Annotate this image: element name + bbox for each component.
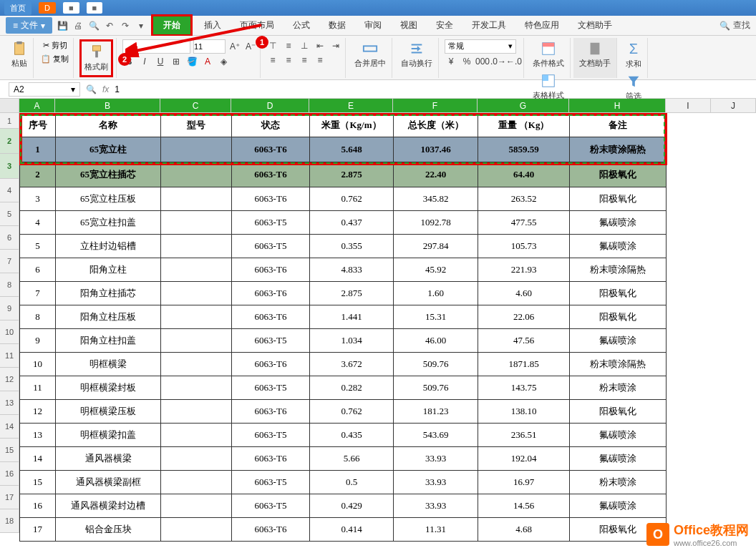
file-menu[interactable]: ≡ 文件 ▾ — [6, 17, 52, 34]
cell[interactable]: 16 — [20, 494, 56, 518]
cell[interactable]: 1.60 — [394, 282, 478, 305]
cell[interactable]: 6063-T5 — [232, 376, 310, 400]
currency-icon[interactable]: ¥ — [445, 55, 457, 68]
tab-home[interactable]: 首页 — [4, 1, 32, 15]
cell[interactable]: 4 — [20, 211, 56, 235]
tab-layout[interactable]: 页面布局 — [233, 17, 281, 34]
underline-icon[interactable]: U — [154, 55, 167, 68]
cell[interactable]: 509.76 — [394, 376, 478, 400]
cell[interactable]: 0.355 — [310, 235, 394, 258]
data-table[interactable]: 序号 名称 型号 状态 米重（Kg/m） 总长度（米） 重量 （Kg） 备注 1… — [19, 113, 667, 542]
cell[interactable]: 粉末喷涂隔热 — [570, 137, 667, 162]
cell[interactable] — [161, 376, 232, 400]
cell[interactable] — [161, 353, 232, 376]
cell[interactable]: 6063-T6 — [232, 282, 310, 305]
col-header-J[interactable]: J — [711, 99, 756, 112]
row-header[interactable]: 6 — [0, 226, 19, 250]
col-header-G[interactable]: G — [478, 99, 569, 112]
cell[interactable]: 221.93 — [478, 258, 570, 282]
cell[interactable]: 2.875 — [310, 162, 394, 187]
cell[interactable] — [161, 447, 232, 471]
th[interactable]: 备注 — [570, 114, 667, 137]
row-header[interactable]: 10 — [0, 320, 19, 344]
tab-doc3[interactable]: ■ — [87, 2, 103, 14]
cell[interactable]: 2 — [20, 162, 56, 187]
cell[interactable]: 64.40 — [478, 162, 570, 187]
tab-dev[interactable]: 开发工具 — [465, 17, 513, 34]
cell[interactable]: 6063-T5 — [232, 211, 310, 235]
doc-helper-button[interactable]: 文档助手 — [576, 39, 614, 70]
cell[interactable]: 22.40 — [394, 162, 478, 187]
fx-label[interactable]: fx — [102, 84, 109, 94]
cell[interactable]: 阳角立柱压板 — [56, 305, 161, 329]
percent-icon[interactable]: % — [460, 55, 473, 68]
cell[interactable]: 0.762 — [310, 400, 394, 424]
cell[interactable] — [161, 258, 232, 282]
cell[interactable]: 13 — [20, 424, 56, 447]
table-header-row[interactable]: 序号 名称 型号 状态 米重（Kg/m） 总长度（米） 重量 （Kg） 备注 — [20, 114, 667, 137]
print-icon[interactable]: 🖨 — [72, 20, 84, 31]
table-row[interactable]: 10明框横梁6063-T63.672509.761871.85粉末喷涂隔热 — [20, 353, 667, 376]
paste-button[interactable]: 粘贴 — [9, 39, 30, 70]
align-middle-icon[interactable]: ≡ — [282, 39, 295, 52]
name-box[interactable]: A2▾ — [9, 82, 80, 97]
cell[interactable]: 氟碳喷涂 — [570, 424, 667, 447]
row-header[interactable]: 16 — [0, 462, 19, 486]
cell[interactable]: 14.56 — [478, 494, 570, 518]
col-header-F[interactable]: F — [393, 99, 478, 112]
number-format-select[interactable]: 常规▾ — [445, 39, 516, 54]
tab-view[interactable]: 视图 — [393, 17, 425, 34]
cell[interactable]: 6063-T6 — [232, 518, 310, 542]
cell[interactable]: 阳极氧化 — [570, 187, 667, 211]
increase-font-icon[interactable]: A⁺ — [228, 40, 241, 53]
table-row[interactable]: 7阳角立柱插芯6063-T62.8751.604.60阳极氧化 — [20, 282, 667, 305]
row-header[interactable]: 1 — [0, 113, 19, 129]
cell[interactable]: 粉末喷涂 — [570, 471, 667, 494]
cell[interactable]: 1092.78 — [394, 211, 478, 235]
cond-format-button[interactable]: 条件格式 — [530, 39, 567, 70]
cell[interactable] — [161, 424, 232, 447]
cell[interactable]: 6063-T5 — [232, 471, 310, 494]
cell[interactable]: 11.31 — [394, 518, 478, 542]
cell[interactable] — [161, 235, 232, 258]
cell[interactable]: 阳极氧化 — [570, 400, 667, 424]
copy-button[interactable]: 📋 复制 — [39, 53, 70, 65]
cell[interactable] — [161, 211, 232, 235]
row-header[interactable]: 17 — [0, 486, 19, 509]
cell[interactable]: 6063-T6 — [232, 305, 310, 329]
cell[interactable]: 65宽立柱压板 — [56, 187, 161, 211]
font-family-select[interactable] — [122, 39, 190, 54]
col-header-D[interactable]: D — [231, 99, 309, 112]
cell-style-button[interactable]: 表格样式 — [530, 72, 567, 102]
italic-icon[interactable]: I — [138, 55, 151, 68]
cell[interactable] — [161, 187, 232, 211]
table-row[interactable]: 8阳角立柱压板6063-T61.44115.3122.06阳极氧化 — [20, 305, 667, 329]
cut-button[interactable]: ✂ 剪切 — [42, 39, 69, 52]
cell[interactable]: 阳极氧化 — [570, 305, 667, 329]
tab-start[interactable]: 开始 — [151, 14, 193, 36]
cell[interactable]: 46.00 — [394, 329, 478, 353]
cell[interactable]: 阳角立柱 — [56, 258, 161, 282]
cell[interactable]: 543.69 — [394, 424, 478, 447]
cell[interactable]: 3 — [20, 187, 56, 211]
row-header[interactable]: 8 — [0, 273, 19, 297]
cell[interactable]: 105.73 — [478, 235, 570, 258]
cell[interactable]: 粉末喷涂 — [570, 376, 667, 400]
col-header-E[interactable]: E — [309, 99, 393, 112]
cell[interactable]: 65宽立柱扣盖 — [56, 211, 161, 235]
cell[interactable]: 12 — [20, 400, 56, 424]
cell[interactable]: 1871.85 — [478, 353, 570, 376]
merge-button[interactable]: 合并居中 — [352, 39, 389, 70]
cell[interactable]: 2.875 — [310, 282, 394, 305]
table-row[interactable]: 165宽立柱6063-T65.6481037.465859.59粉末喷涂隔热 — [20, 137, 667, 162]
cell[interactable]: 65宽立柱 — [56, 137, 161, 162]
cell[interactable]: 16.97 — [478, 471, 570, 494]
font-size-select[interactable] — [193, 39, 226, 54]
row-header[interactable]: 14 — [0, 415, 19, 439]
th[interactable]: 状态 — [232, 114, 310, 137]
cell[interactable]: 0.429 — [310, 494, 394, 518]
table-row[interactable]: 365宽立柱压板6063-T60.762345.82263.52阳极氧化 — [20, 187, 667, 211]
th[interactable]: 名称 — [56, 114, 161, 137]
col-header-C[interactable]: C — [160, 99, 231, 112]
cell[interactable]: 8 — [20, 305, 56, 329]
